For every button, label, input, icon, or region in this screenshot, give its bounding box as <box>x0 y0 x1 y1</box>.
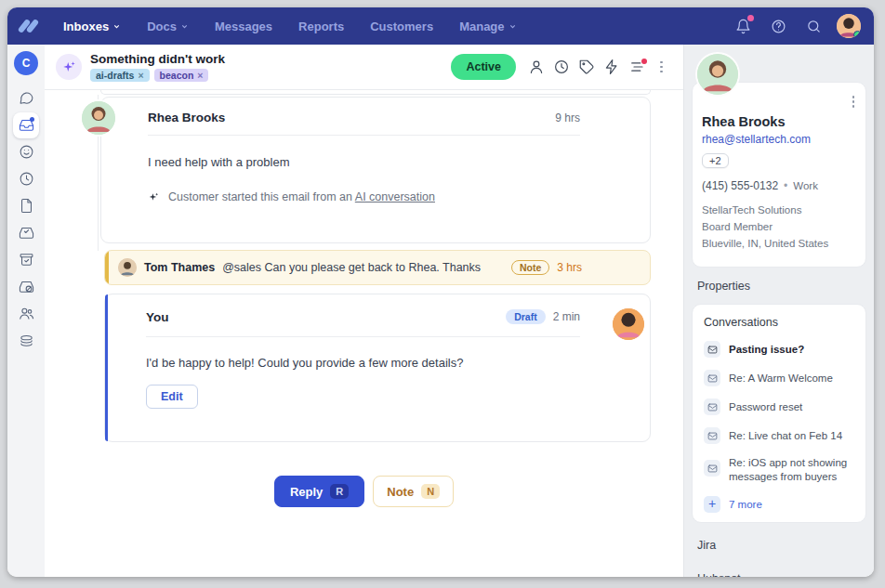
ai-conversation-link[interactable]: AI conversation <box>355 190 435 203</box>
help-button[interactable] <box>764 12 792 40</box>
customer-company-block: StellarTech Solutions Board Member Bluev… <box>702 203 854 252</box>
conversation-header: Something didn't work ai-drafts× beacon×… <box>45 45 683 90</box>
draft-badge: Draft <box>506 309 546 324</box>
envelope-icon <box>704 341 720 358</box>
conversation-list-item[interactable]: Re: Live chat on Feb 14 <box>704 427 854 444</box>
conversation-list-item[interactable]: Re: iOS app not showing messages from bu… <box>704 456 854 484</box>
profile-options-button[interactable] <box>849 92 859 111</box>
conversations-card: Conversations Pasting issue? Re: A Warm … <box>692 304 866 523</box>
notifications-button[interactable] <box>729 12 757 40</box>
tag-row: ai-drafts× beacon× <box>90 69 225 82</box>
customer-name: Rhea Brooks <box>702 114 854 129</box>
customer-sidebar: Rhea Brooks rhea@stellartech.com +2 (415… <box>684 45 874 577</box>
rail-inbox[interactable] <box>13 112 39 138</box>
chevron-down-icon <box>180 22 189 31</box>
more-options-button[interactable] <box>649 55 674 80</box>
nav-inboxes[interactable]: Inboxes <box>50 7 134 45</box>
note-badge: Note <box>511 260 549 275</box>
layers-icon <box>19 333 34 348</box>
tag-icon <box>578 59 595 75</box>
rail-spam[interactable] <box>13 274 39 300</box>
message-body: I need help with a problem <box>148 155 627 169</box>
assign-button[interactable] <box>523 55 548 80</box>
nav-customers[interactable]: Customers <box>357 7 446 45</box>
conversation-title: Something didn't work <box>90 52 225 66</box>
nav-messages[interactable]: Messages <box>202 7 285 45</box>
note-button[interactable]: Note N <box>373 476 454 507</box>
show-more-conversations[interactable]: + 7 more <box>704 496 854 513</box>
tag-ai-drafts[interactable]: ai-drafts× <box>90 69 150 82</box>
activity-button[interactable] <box>624 55 649 80</box>
top-navigation: Inboxes Docs Messages Reports Customers … <box>7 7 874 45</box>
helpscout-logo[interactable] <box>7 18 50 34</box>
remove-tag-icon[interactable]: × <box>197 70 203 81</box>
rail-assigned[interactable] <box>13 220 39 246</box>
rail-closed[interactable] <box>13 247 39 273</box>
internal-note-row[interactable]: Tom Thames @sales Can you please get bac… <box>104 250 651 285</box>
rail-views[interactable] <box>13 328 39 354</box>
clock-icon <box>553 59 570 75</box>
draft-author: You <box>146 310 169 324</box>
edit-draft-button[interactable]: Edit <box>146 385 198 409</box>
tag-beacon[interactable]: beacon× <box>154 69 209 82</box>
draft-reply-card: You Draft 2 min I'd be happy to help! Co… <box>104 294 651 442</box>
rail-mentions[interactable] <box>13 139 39 165</box>
notification-dot <box>747 15 754 21</box>
draft-body: I'd be happy to help! Could you provide … <box>146 356 580 370</box>
user-avatar[interactable] <box>837 14 861 38</box>
reply-button[interactable]: Reply R <box>274 476 364 507</box>
rail-customers[interactable] <box>13 301 39 327</box>
rail-chats[interactable] <box>13 85 39 111</box>
more-emails-badge[interactable]: +2 <box>702 153 729 168</box>
previous-message-edge <box>100 90 651 95</box>
conversation-list-item[interactable]: Re: A Warm Welcome <box>704 370 854 386</box>
remove-tag-icon[interactable]: × <box>138 70 143 81</box>
archive-check-icon <box>19 252 34 268</box>
avatar-photo <box>613 308 644 340</box>
clock-icon <box>19 171 34 187</box>
job-title: Board Member <box>702 219 854 236</box>
envelope-icon <box>704 370 720 386</box>
nav-docs[interactable]: Docs <box>134 7 202 45</box>
note-author: Tom Thames <box>144 261 215 274</box>
section-hubspot[interactable]: Hubspot <box>697 572 860 577</box>
customer-profile-avatar <box>697 54 738 95</box>
sparkle-icon <box>148 191 160 203</box>
note-time: 3 hrs <box>557 261 582 274</box>
search-icon <box>806 19 822 34</box>
online-status-dot <box>853 31 861 38</box>
conversation-list-item[interactable]: Pasting issue? <box>704 341 854 358</box>
tag-button[interactable] <box>574 55 599 80</box>
agent-avatar <box>613 308 644 340</box>
nav-manage[interactable]: Manage <box>446 7 529 45</box>
phone-number: (415) 555-0132 <box>702 179 778 192</box>
note-accent-bar <box>105 251 109 284</box>
users-icon <box>19 306 34 321</box>
note-body: @sales Can you please get back to Rhea. … <box>222 261 481 274</box>
section-conversations[interactable]: Conversations <box>704 316 854 329</box>
sparkle-icon <box>62 60 76 74</box>
divider <box>146 336 580 337</box>
nav-reports[interactable]: Reports <box>285 7 357 45</box>
company-name: StellarTech Solutions <box>702 203 854 219</box>
snooze-button[interactable] <box>548 55 574 80</box>
message-thread[interactable]: Rhea Brooks 9 hrs I need help with a pro… <box>45 90 683 577</box>
ai-origin-note: Customer started this email from an AI c… <box>148 190 627 203</box>
section-properties[interactable]: Properties <box>697 280 860 293</box>
search-button[interactable] <box>799 12 827 40</box>
customer-phone-row: (415) 555-0132 • Work <box>702 179 854 192</box>
section-jira[interactable]: Jira <box>697 539 860 552</box>
avatar-photo <box>82 101 115 135</box>
customer-email-link[interactable]: rhea@stellartech.com <box>702 133 854 146</box>
customer-avatar <box>82 101 115 135</box>
location: Blueville, IN, United States <box>702 236 854 253</box>
ai-sparkle-badge <box>56 54 82 80</box>
rail-drafts[interactable] <box>13 193 39 219</box>
status-active-button[interactable]: Active <box>451 54 516 80</box>
conversation-list-item[interactable]: Password reset <box>704 399 854 415</box>
title-block: Something didn't work ai-drafts× beacon× <box>90 52 225 82</box>
workspace-avatar[interactable]: C <box>14 51 38 75</box>
workflows-run-button[interactable] <box>599 55 624 80</box>
rail-snoozed[interactable] <box>13 166 39 192</box>
alert-dot <box>641 59 647 64</box>
